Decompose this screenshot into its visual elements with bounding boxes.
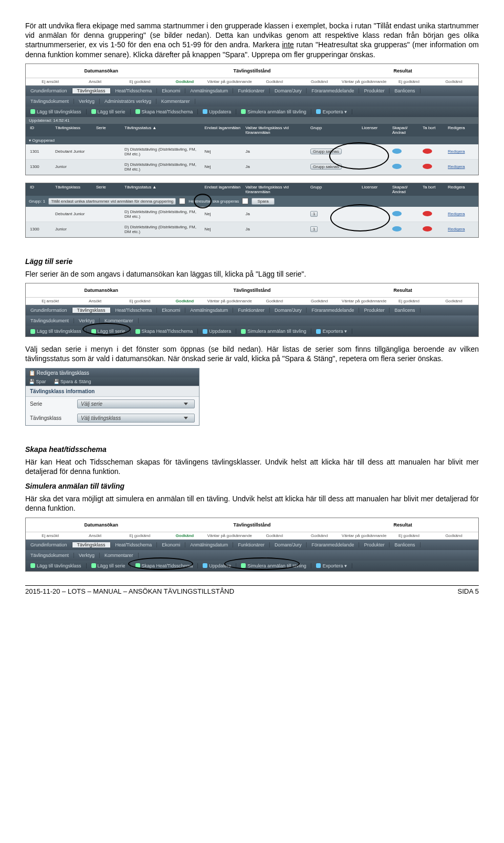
download-icon: [316, 109, 321, 114]
tab-forarmedd[interactable]: Föraranmeddelande: [307, 88, 359, 93]
btn-uppdatera[interactable]: Uppdatera: [198, 329, 236, 334]
btn-lagg-serie[interactable]: Lägg till serie: [87, 109, 131, 114]
download-icon: [316, 329, 321, 334]
highlight-oval: [329, 142, 389, 170]
btn-simulera[interactable]: Simulera anmälan till tävling: [236, 329, 311, 334]
para-simulera: Här ska det vara möjligt att simulera en…: [25, 494, 479, 513]
btn-uppdatera[interactable]: Uppdatera: [198, 109, 236, 114]
workflow-header: Datumansökan Tävlingstillstånd Resultat: [26, 64, 478, 78]
checkbox-unique[interactable]: [179, 198, 185, 204]
highlight-oval-checkbox: [194, 194, 212, 208]
delete-icon[interactable]: [423, 149, 432, 154]
tab-banlicens[interactable]: Banlicens: [390, 88, 420, 93]
tab-funktionarer[interactable]: Funktionärer: [233, 88, 270, 93]
btn-lagg-klass[interactable]: Lägg till tävlingsklass: [26, 563, 87, 568]
highlight-oval-group: [330, 204, 390, 231]
tab-bar-2: Tävlingsdokument Verktyg Administratörs …: [26, 96, 478, 107]
tab-dokument[interactable]: Tävlingsdokument: [26, 99, 74, 104]
highlight-oval-skapa: [128, 557, 193, 570]
info-icon[interactable]: [392, 211, 402, 216]
para-valj-serie: Välj sedan serie i menyn i det fönster s…: [25, 344, 479, 363]
popup-toolbar: 💾 Spar 💾 Spara & Stäng: [26, 377, 199, 386]
wf-col3: Resultat: [328, 68, 478, 73]
play-icon: [241, 329, 246, 334]
tab-bar: Grundinformation Tävlingsklass Heat/Tids…: [26, 86, 478, 96]
tab-produkter[interactable]: Produkter: [359, 88, 390, 93]
chevron-down-icon: [184, 417, 188, 419]
table-header: IDTävlingsklassSerieTävlingsstatus ▲Enda…: [26, 183, 478, 196]
btn-simulera[interactable]: Simulera anmälan till tävling: [236, 109, 311, 114]
btn-skapa-heat[interactable]: Skapa Heat/Tidsschema: [131, 329, 198, 334]
info-icon[interactable]: [392, 164, 402, 169]
wf-col2: Tävlingstillstånd: [176, 68, 327, 73]
group-ungrouped[interactable]: ▾ Ogrupperad: [26, 136, 478, 144]
popup-redigera: 📋 Redigera tävlingsklass 💾 Spar 💾 Spara …: [25, 368, 200, 426]
group-select[interactable]: 1: [310, 211, 318, 217]
para-skapa-heat: Här kan Heat och Tidsscheman skapas för …: [25, 457, 479, 476]
checkbox-heat[interactable]: [242, 198, 248, 204]
btn-lagg-serie[interactable]: Lägg till serie: [87, 563, 131, 568]
heading-skapa-heat: Skapa heat/tidsschema: [25, 445, 107, 454]
popup-row-klass: Tävlingsklass Välj tävlingsklass: [26, 411, 199, 425]
updated-label: Uppdaterad: 14:52:41: [26, 117, 478, 124]
group-select[interactable]: 1: [310, 226, 318, 232]
p1-underline: inte: [282, 40, 294, 49]
delete-icon[interactable]: [423, 226, 432, 231]
btn-exportera[interactable]: Exportera ▾: [311, 563, 352, 568]
edit-link[interactable]: Redigera: [446, 212, 476, 216]
save-button[interactable]: Spara: [251, 198, 274, 205]
workflow-steps: Ej ansöktAnsöktEj godkändGodkändVäntar p…: [26, 532, 478, 540]
refresh-icon: [203, 329, 207, 334]
workflow-steps: Ej ansöktAnsöktEj godkändGodkändVäntar p…: [26, 298, 478, 305]
tab-admin[interactable]: Administratörs verktyg: [100, 99, 156, 104]
workflow-header: DatumansökanTävlingstillståndResultat: [26, 283, 478, 298]
tab-anmalning[interactable]: Anmälningsdatum: [185, 88, 233, 93]
btn-exportera[interactable]: Exportera ▾: [311, 329, 352, 334]
btn-exportera[interactable]: Exportera ▾: [311, 109, 352, 114]
table-header: IDTävlingsklassSerieTävlingsstatus ▲Enda…: [26, 124, 478, 136]
popup-save[interactable]: 💾 Spar: [29, 379, 46, 384]
tab-ekonomi[interactable]: Ekonomi: [157, 88, 185, 93]
edit-link[interactable]: Redigera: [446, 149, 476, 154]
screenshot-1: Datumansökan Tävlingstillstånd Resultat …: [25, 64, 479, 175]
plus-icon: [30, 109, 35, 114]
table-row: 1301Debutant JuniorD) Distriktstävling (…: [26, 144, 478, 160]
edit-link[interactable]: Redigera: [446, 227, 476, 231]
popup-row-serie: Serie Välj serie: [26, 397, 199, 411]
plus-icon: [135, 109, 140, 114]
footer-right: SIDA 5: [458, 587, 479, 595]
btn-skapa-heat[interactable]: Skapa Heat/Tidsschema: [131, 109, 198, 114]
info-icon[interactable]: [392, 226, 402, 231]
tab-heat[interactable]: Heat/Tidsschema: [111, 88, 158, 93]
highlight-oval-lagg-serie: [82, 323, 131, 335]
screenshot-2: DatumansökanTävlingstillståndResultat Ej…: [25, 283, 479, 337]
edit-link[interactable]: Redigera: [446, 164, 476, 169]
tab-kommentarer[interactable]: Kommentarer: [156, 99, 195, 104]
page-footer: 2015-11-20 – LOTS – MANUAL – ANSÖKAN TÄV…: [25, 585, 479, 595]
para-lagg-serie: Fler serier än de som angavs i datumansö…: [25, 269, 479, 279]
info-icon[interactable]: [392, 149, 402, 154]
label-serie: Serie: [30, 401, 72, 407]
select-serie[interactable]: Välj serie: [77, 399, 195, 408]
tab-domare[interactable]: Domare/Jury: [270, 88, 307, 93]
tab-verktyg[interactable]: Verktyg: [74, 99, 100, 104]
table-row: 1300JuniorD) Distriktstävling (Distrikts…: [26, 222, 478, 237]
tab-tavlingsklass[interactable]: Tävlingsklass: [72, 88, 111, 93]
workflow-header: DatumansökanTävlingstillståndResultat: [26, 518, 478, 532]
chevron-down-icon: [184, 403, 188, 405]
select-klass[interactable]: Välj tävlingsklass: [77, 414, 195, 423]
screenshot-3: DatumansökanTävlingstillståndResultat Ej…: [25, 518, 479, 572]
delete-icon[interactable]: [423, 164, 432, 169]
popup-section: Tävlingsklass information: [26, 386, 199, 397]
delete-icon[interactable]: [423, 211, 432, 216]
popup-title: 📋 Redigera tävlingsklass: [26, 368, 199, 377]
tab-bar: GrundinformationTävlingsklassHeat/Tidssc…: [26, 540, 478, 550]
btn-lagg-klass[interactable]: Lägg till tävlingsklass: [26, 109, 87, 114]
workflow-steps: Ej ansöktAnsöktEj godkändGodkändVäntar p…: [26, 78, 478, 86]
tab-grundinfo[interactable]: Grundinformation: [26, 88, 72, 93]
plus-icon: [91, 563, 96, 568]
popup-save-close[interactable]: 💾 Spara & Stäng: [54, 379, 91, 384]
wf-col1: Datumansökan: [26, 68, 176, 73]
heading-simulera: Simulera anmälan till tävling: [25, 482, 124, 490]
btn-lagg-klass[interactable]: Lägg till tävlingsklass: [26, 329, 87, 334]
